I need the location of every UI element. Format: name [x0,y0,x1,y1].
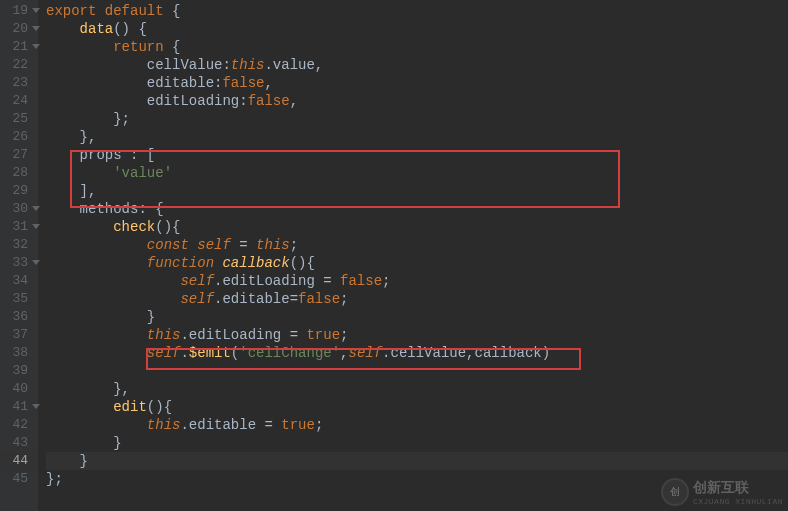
code-line[interactable]: editLoading:false, [46,92,788,110]
line-number: 42 [0,416,38,434]
line-number: 43 [0,434,38,452]
code-content[interactable]: export default { data() { return { cellV… [38,0,788,511]
line-number: 40 [0,380,38,398]
line-number: 30 [0,200,38,218]
code-line[interactable]: self.$emit('cellChange',self.cellValue,c… [46,344,788,362]
code-line[interactable]: export default { [46,2,788,20]
line-number: 33 [0,254,38,272]
line-number: 24 [0,92,38,110]
line-number: 41 [0,398,38,416]
code-editor[interactable]: 1920212223242526272829303132333435363738… [0,0,788,511]
line-number: 32 [0,236,38,254]
code-line[interactable]: methods: { [46,200,788,218]
code-line[interactable] [46,362,788,380]
code-line[interactable]: function callback(){ [46,254,788,272]
line-number: 27 [0,146,38,164]
code-line[interactable]: const self = this; [46,236,788,254]
line-number: 25 [0,110,38,128]
code-line[interactable]: ], [46,182,788,200]
line-number: 22 [0,56,38,74]
line-number: 19 [0,2,38,20]
code-line[interactable]: props : [ [46,146,788,164]
line-number: 20 [0,20,38,38]
watermark-sub-text: CXJUANG XINHULIAN [693,497,783,506]
watermark: 创 创新互联 CXJUANG XINHULIAN [661,478,783,506]
line-number: 23 [0,74,38,92]
code-line[interactable]: }, [46,128,788,146]
code-line[interactable]: this.editable = true; [46,416,788,434]
code-line[interactable]: }; [46,110,788,128]
code-line[interactable]: self.editLoading = false; [46,272,788,290]
line-number: 38 [0,344,38,362]
line-number: 34 [0,272,38,290]
line-number: 21 [0,38,38,56]
line-number: 37 [0,326,38,344]
watermark-main-text: 创新互联 [693,479,783,497]
line-number: 44 [0,452,38,470]
line-number: 36 [0,308,38,326]
code-line[interactable]: cellValue:this.value, [46,56,788,74]
code-line[interactable]: this.editLoading = true; [46,326,788,344]
code-line[interactable]: } [46,308,788,326]
code-line[interactable]: }, [46,380,788,398]
line-number: 28 [0,164,38,182]
line-number: 45 [0,470,38,488]
watermark-icon: 创 [661,478,689,506]
code-line[interactable]: 'value' [46,164,788,182]
code-line[interactable]: check(){ [46,218,788,236]
code-line[interactable]: } [46,434,788,452]
code-line[interactable]: self.editable=false; [46,290,788,308]
code-line[interactable]: editable:false, [46,74,788,92]
line-gutter: 1920212223242526272829303132333435363738… [0,0,38,511]
line-number: 39 [0,362,38,380]
line-number: 35 [0,290,38,308]
line-number: 31 [0,218,38,236]
code-line[interactable]: } [46,452,788,470]
code-line[interactable]: return { [46,38,788,56]
line-number: 26 [0,128,38,146]
line-number: 29 [0,182,38,200]
code-line[interactable]: data() { [46,20,788,38]
code-line[interactable]: edit(){ [46,398,788,416]
